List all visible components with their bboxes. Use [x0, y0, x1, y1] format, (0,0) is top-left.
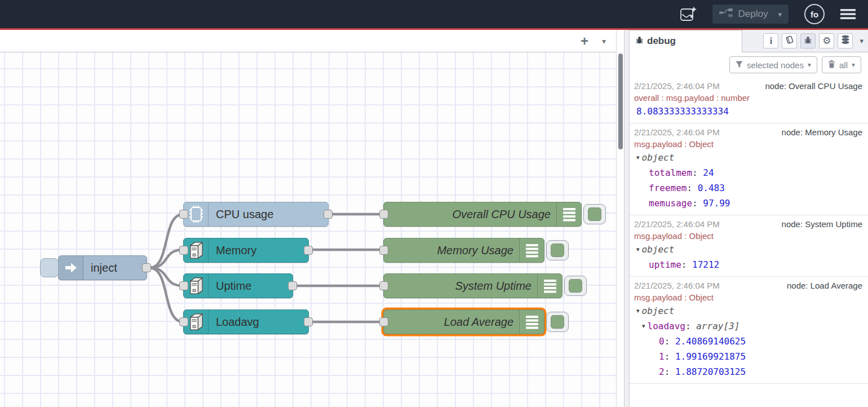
- message-property[interactable]: msg.payload : Object: [634, 291, 862, 303]
- payload-key-value-row: totalmem: 24: [634, 165, 862, 180]
- input-port[interactable]: [179, 246, 188, 255]
- payload-array-row: ▾loadavg: array[3]: [634, 318, 862, 334]
- deploy-button[interactable]: Deploy ▾: [712, 5, 789, 24]
- flow-canvas[interactable]: injectCPU usageMemoryUptimeLoadavgOveral…: [0, 52, 616, 407]
- collapse-caret-icon[interactable]: ▾: [636, 150, 640, 165]
- payload-key-value-row: 0: 2.40869140625: [634, 334, 862, 349]
- tab-debug[interactable]: debug: [630, 30, 742, 52]
- message-node-name[interactable]: node: Load Average: [787, 280, 862, 291]
- input-port[interactable]: [179, 210, 188, 219]
- payload-object-row: ▾object: [634, 242, 862, 257]
- tool-button-database-icon[interactable]: [838, 33, 853, 48]
- menu-icon[interactable]: [840, 8, 856, 20]
- output-port[interactable]: [324, 210, 333, 219]
- header-actions: Deploy ▾ fo: [680, 4, 868, 24]
- flow-node-loadavg[interactable]: Loadavg: [183, 309, 309, 334]
- node-label: inject: [91, 262, 117, 275]
- input-port[interactable]: [379, 210, 388, 219]
- output-port[interactable]: [288, 281, 297, 290]
- message-timestamp: 2/21/2025, 2:46:04 PM: [634, 126, 720, 138]
- sidebar-splitter[interactable]: [624, 30, 630, 407]
- debug-toggle-button[interactable]: [546, 240, 569, 260]
- debug-lines-icon: [556, 202, 581, 226]
- deploy-label: Deploy: [738, 8, 768, 20]
- filter-nodes-button[interactable]: selected nodes ▾: [729, 56, 817, 73]
- filter-icon: [736, 60, 743, 70]
- debug-message: 2/21/2025, 2:46:04 PMnode: System Uptime…: [630, 215, 868, 277]
- message-node-name[interactable]: node: System Uptime: [782, 218, 862, 230]
- tool-button-gear-icon[interactable]: ⚙: [819, 33, 834, 48]
- debug-toggle-button[interactable]: [564, 276, 587, 296]
- flow-node-uptime[interactable]: Uptime: [183, 273, 293, 298]
- user-avatar[interactable]: fo: [804, 4, 825, 24]
- debug-lines-icon: [519, 310, 544, 334]
- message-property[interactable]: msg.payload : Object: [634, 138, 862, 150]
- debug-toggle-button[interactable]: [546, 312, 569, 332]
- message-timestamp: 2/21/2025, 2:46:04 PM: [634, 280, 720, 291]
- canvas-scrollbar[interactable]: [616, 30, 624, 407]
- message-node-name[interactable]: node: Overall CPU Usage: [765, 80, 862, 92]
- flow-node-debug-uptime[interactable]: System Uptime: [383, 273, 563, 298]
- sidebar-tab-list-caret-icon[interactable]: ▾: [860, 37, 863, 45]
- input-port[interactable]: [179, 281, 188, 290]
- deploy-caret-icon[interactable]: ▾: [773, 10, 782, 19]
- input-port[interactable]: [379, 281, 388, 290]
- node-label: System Uptime: [455, 280, 532, 293]
- collapse-caret-icon[interactable]: ▾: [642, 318, 645, 334]
- inject-arrow-icon: [59, 256, 83, 280]
- message-property[interactable]: msg.payload : Object: [634, 230, 862, 242]
- node-red-app: Deploy ▾ fo + ▾ injectCP: [0, 0, 868, 407]
- output-port[interactable]: [304, 246, 313, 255]
- output-port[interactable]: [142, 263, 151, 272]
- flow-node-debug-overall-cpu[interactable]: Overall CPU Usage: [383, 202, 582, 227]
- flow-node-cpu-usage[interactable]: CPU usage: [183, 202, 329, 227]
- info-icon: i: [770, 36, 772, 46]
- input-port[interactable]: [379, 246, 388, 255]
- canvas-scrollbar-thumb[interactable]: [618, 54, 623, 149]
- clear-label: all: [839, 60, 848, 70]
- flow-node-debug-loadavg[interactable]: Load Average: [383, 309, 544, 334]
- message-timestamp: 2/21/2025, 2:46:04 PM: [634, 80, 720, 92]
- output-port[interactable]: [304, 317, 313, 326]
- payload-value: 8.083333333333334: [634, 104, 862, 119]
- debug-toggle-button[interactable]: [583, 204, 606, 224]
- inject-trigger-button[interactable]: [40, 258, 59, 277]
- message-timestamp: 2/21/2025, 2:46:04 PM: [634, 218, 720, 230]
- debug-toggle-state: [551, 315, 564, 329]
- gear-icon: ⚙: [822, 36, 831, 46]
- wire-layer: [0, 52, 616, 407]
- payload-object-row: ▾object: [634, 303, 862, 318]
- node-label: Overall CPU Usage: [452, 208, 551, 221]
- flow-node-debug-memory[interactable]: Memory Usage: [383, 238, 544, 263]
- debug-message: 2/21/2025, 2:46:04 PMnode: Overall CPU U…: [630, 77, 868, 123]
- debug-message: 2/21/2025, 2:46:04 PMnode: Load Averagem…: [630, 277, 868, 384]
- debug-message-list: 2/21/2025, 2:46:04 PMnode: Overall CPU U…: [630, 77, 868, 407]
- collapse-caret-icon[interactable]: ▾: [636, 242, 640, 257]
- input-port[interactable]: [179, 317, 188, 326]
- node-label: Load Average: [444, 316, 513, 329]
- clear-messages-button[interactable]: all ▾: [822, 56, 861, 73]
- flow-node-memory[interactable]: Memory: [183, 238, 309, 263]
- deploy-icon: [719, 8, 733, 20]
- tool-button-book-icon[interactable]: [782, 33, 797, 48]
- tool-button-bug-icon[interactable]: [800, 33, 816, 48]
- tool-button-info-icon[interactable]: i: [763, 33, 778, 48]
- filter-caret-icon: ▾: [808, 61, 811, 69]
- database-icon: [841, 35, 850, 47]
- ai-assistant-icon[interactable]: [680, 6, 697, 22]
- flow-node-inject[interactable]: inject: [58, 255, 147, 280]
- filter-label: selected nodes: [747, 60, 804, 70]
- debug-lines-icon: [537, 274, 562, 298]
- flow-list-caret-icon[interactable]: ▾: [602, 37, 606, 46]
- message-property[interactable]: overall : msg.payload : number: [634, 92, 862, 104]
- node-label: Loadavg: [216, 316, 259, 329]
- debug-lines-icon: [519, 238, 544, 262]
- input-port[interactable]: [379, 317, 388, 326]
- payload-key-value-row: uptime: 17212: [634, 257, 862, 272]
- message-node-name[interactable]: node: Memory Usage: [782, 126, 862, 138]
- add-flow-button[interactable]: +: [581, 34, 588, 48]
- collapse-caret-icon[interactable]: ▾: [636, 303, 640, 318]
- debug-toggle-state: [551, 244, 564, 257]
- header: Deploy ▾ fo: [0, 0, 868, 28]
- debug-toolbar: selected nodes ▾ all ▾: [630, 52, 868, 77]
